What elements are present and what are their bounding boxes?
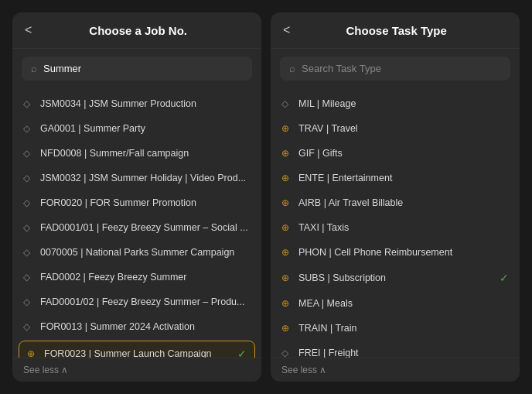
diamond-icon: ◇ [23, 197, 34, 208]
item-label: AIRB | Air Travel Billable [298, 197, 509, 208]
pin-icon: ⊕ [281, 173, 292, 183]
list-item[interactable]: ⊕TAXI | Taxis [271, 215, 520, 240]
pin-icon: ⊕ [281, 298, 292, 309]
item-label: SUBS | Subscription [298, 272, 493, 283]
right-list: ◇MIL | Mileage⊕TRAV | Travel⊕GIF | Gifts… [271, 88, 520, 358]
pin-icon: ⊕ [281, 148, 292, 159]
left-search-bar[interactable]: ⌕ [22, 57, 252, 81]
pin-icon: ⊕ [27, 348, 38, 358]
item-label: ENTE | Entertainment [298, 173, 509, 183]
list-item[interactable]: ⊕PHON | Cell Phone Reimbursement [271, 240, 520, 265]
diamond-icon: ◇ [23, 222, 34, 233]
diamond-icon: ◇ [23, 148, 34, 159]
pin-icon: ⊕ [281, 197, 292, 208]
list-item[interactable]: ⊕MEA | Meals [271, 291, 520, 316]
item-label: JSM0034 | JSM Summer Production [40, 98, 251, 109]
list-item[interactable]: ⊕TRAIN | Train [271, 316, 520, 341]
check-icon: ✓ [237, 348, 247, 358]
list-item[interactable]: ◇NFD0008 | Summer/Fall campaign [12, 141, 261, 166]
pin-icon: ⊕ [281, 123, 292, 134]
right-panel-header: < Choose Task Type [271, 12, 520, 49]
left-panel: < Choose a Job No. ⌕ ◇JSM0034 | JSM Summ… [12, 12, 261, 382]
right-see-less[interactable]: See less ∧ [271, 358, 520, 382]
list-item[interactable]: ⊕AIRB | Air Travel Billable [271, 190, 520, 215]
item-label: MIL | Mileage [298, 98, 509, 109]
list-item[interactable]: ◇FOR0020 | FOR Summer Promotion [12, 190, 261, 215]
item-label: TRAV | Travel [298, 123, 509, 134]
item-label: GA0001 | Summer Party [40, 123, 251, 134]
list-item[interactable]: ◇GA0001 | Summer Party [12, 116, 261, 141]
right-search-bar[interactable]: ⌕ [280, 57, 510, 81]
list-item[interactable]: ◇FAD0001/02 | Feezy Breezy Summer – Prod… [12, 290, 261, 314]
list-item[interactable]: ⊕GIF | Gifts [271, 141, 520, 166]
right-search-input[interactable] [302, 63, 501, 74]
list-item[interactable]: ◇JSM0032 | JSM Summer Holiday | Video Pr… [12, 166, 261, 190]
list-item[interactable]: ⊕ENTE | Entertainment [271, 166, 520, 190]
list-item[interactable]: ◇MIL | Mileage [271, 91, 520, 116]
list-item[interactable]: ⊕SUBS | Subscription✓ [271, 265, 520, 291]
item-label: TAXI | Taxis [298, 222, 509, 233]
diamond-icon: ◇ [23, 247, 34, 258]
list-item[interactable]: ⊕FOR0023 | Summer Launch Campaign✓ [19, 341, 255, 358]
list-item[interactable]: ◇0070005 | National Parks Summer Campaig… [12, 240, 261, 265]
diamond-icon: ◇ [23, 272, 34, 283]
diamond-icon: ◇ [281, 348, 292, 358]
check-icon: ✓ [500, 272, 509, 284]
item-label: FAD0002 | Feezy Breezy Summer [40, 272, 251, 283]
pin-icon: ⊕ [281, 323, 292, 334]
item-label: PHON | Cell Phone Reimbursement [298, 247, 509, 258]
item-label: MEA | Meals [298, 298, 509, 309]
item-label: TRAIN | Train [298, 323, 509, 334]
item-label: JSM0032 | JSM Summer Holiday | Video Pro… [40, 173, 251, 183]
item-label: FAD0001/01 | Feezy Breezy Summer – Socia… [40, 222, 251, 233]
item-label: FREI | Freight [298, 348, 509, 358]
item-label: 0070005 | National Parks Summer Campaign [40, 247, 251, 258]
item-label: FOR0020 | FOR Summer Promotion [40, 197, 251, 208]
list-item[interactable]: ◇JSM0034 | JSM Summer Production [12, 91, 261, 116]
left-search-input[interactable] [43, 63, 243, 74]
pin-icon: ⊕ [281, 222, 292, 233]
diamond-icon: ◇ [23, 123, 34, 134]
left-panel-title: Choose a Job No. [39, 24, 237, 37]
left-back-button[interactable]: < [25, 23, 32, 37]
list-item[interactable]: ◇FAD0002 | Feezy Breezy Summer [12, 265, 261, 290]
item-label: NFD0008 | Summer/Fall campaign [40, 148, 251, 159]
diamond-icon: ◇ [23, 296, 34, 307]
item-label: GIF | Gifts [298, 148, 509, 159]
right-panel: < Choose Task Type ⌕ ◇MIL | Mileage⊕TRAV… [271, 12, 520, 382]
left-see-less[interactable]: See less ∧ [12, 358, 261, 382]
diamond-icon: ◇ [23, 173, 34, 183]
list-item[interactable]: ◇FOR0013 | Summer 2024 Activation [12, 314, 261, 339]
list-item[interactable]: ◇FAD0001/01 | Feezy Breezy Summer – Soci… [12, 215, 261, 240]
diamond-icon: ◇ [281, 98, 292, 109]
diamond-icon: ◇ [23, 98, 34, 109]
left-list: ◇JSM0034 | JSM Summer Production◇GA0001 … [12, 88, 261, 358]
left-panel-header: < Choose a Job No. [12, 12, 261, 49]
left-search-icon: ⌕ [31, 63, 37, 74]
right-panel-title: Choose Task Type [298, 24, 495, 37]
right-back-button[interactable]: < [283, 23, 290, 37]
right-search-icon: ⌕ [289, 63, 295, 74]
pin-icon: ⊕ [281, 247, 292, 258]
item-label: FAD0001/02 | Feezy Breezy Summer – Produ… [40, 296, 251, 307]
list-item[interactable]: ◇FREI | Freight [271, 341, 520, 358]
diamond-icon: ◇ [23, 321, 34, 332]
item-label: FOR0023 | Summer Launch Campaign [44, 348, 231, 358]
app-container: < Choose a Job No. ⌕ ◇JSM0034 | JSM Summ… [0, 0, 532, 394]
list-item[interactable]: ⊕TRAV | Travel [271, 116, 520, 141]
item-label: FOR0013 | Summer 2024 Activation [40, 321, 251, 332]
pin-icon: ⊕ [281, 272, 292, 283]
